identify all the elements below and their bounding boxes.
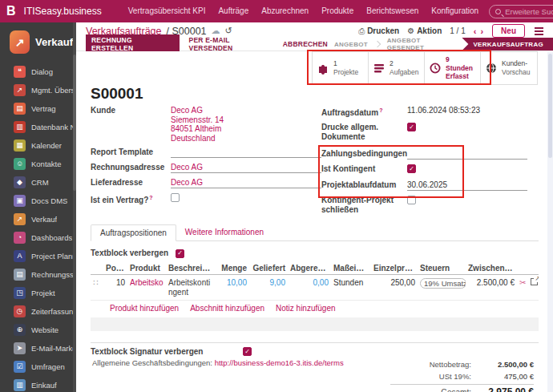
tax-tag[interactable]: 19% Umsatzsteuer [420,278,466,289]
send-email-button[interactable]: PER E-MAIL VERSENDEN [189,36,273,52]
product-link[interactable]: Arbeitskontingent [130,278,163,287]
print-button[interactable]: ⎙Drucken [358,26,399,36]
sidebar-item-dialog[interactable]: ❝Dialog [0,63,76,81]
purchase-icon: ▥ [14,379,26,391]
projects-smart-button[interactable]: 1Projekte [313,52,369,84]
sidebar-item-zeiterfassung[interactable]: ◷Zeiterfassung [0,302,76,321]
sidebar-item-vertrag[interactable]: ▤Vertrag [0,99,76,118]
main-scrollbar[interactable] [547,52,553,392]
state-verkaufsauftrag[interactable]: VERKAUFSAUFTRAG [462,38,553,51]
main-content: Verkaufsaufträge / S00001 ☁ ↺ ⎙Drucken ⚙… [76,22,553,392]
menu-konfiguration[interactable]: Konfiguration [426,0,484,22]
col-steuern[interactable]: Steuern [418,262,466,275]
cell-description: Arbeitskontingent [168,278,210,297]
sidebar-item-projekt[interactable]: ◳Projekt [0,284,76,302]
state-pipeline: ANGEBOT ANGEBOT GESENDET VERKAUFSAUFTRAG [328,38,553,51]
help-marker: ? [149,195,152,200]
sidebar-item-kontakte[interactable]: ☺Kontakte [0,155,76,173]
sidebar-item-verkauf[interactable]: ↗Verkauf [0,210,76,228]
customer-address[interactable]: Deco AG Siemensstr. 14 84051 Altheim Deu… [171,106,321,143]
delivery-address-input[interactable]: Deco AG [171,178,321,188]
search-input[interactable]: Erweiterte Suche [489,5,553,18]
payment-terms-input[interactable] [407,149,527,160]
col-position[interactable]: Position [103,262,127,275]
sidebar-item-email-marketing[interactable]: ➤E-Mail-Marketing [0,339,76,358]
sidebar-item-einkauf[interactable]: ▥Einkauf [0,376,76,392]
sidebar-item-project-planning[interactable]: AProject Planning [0,247,76,265]
website-icon: ⊕ [14,324,26,336]
is-quota-checkbox[interactable] [407,164,416,173]
is-contract-checkbox[interactable] [171,193,180,202]
state-angebot-gesendet[interactable]: ANGEBOT GESENDET [381,37,462,51]
col-geliefert[interactable]: Geliefert [249,262,288,275]
record-title[interactable]: S00001 [91,85,539,103]
tab-auftragspositionen[interactable]: Auftragspositionen [91,224,176,241]
field-ist-kontingent: Ist Kontingent [321,164,527,174]
state-angebot[interactable]: ANGEBOT [328,41,374,48]
brand-name[interactable]: ITISeasy.business [24,6,102,17]
menu-vertragsuebersicht-kpi[interactable]: Vertragsübersicht KPI [123,0,212,22]
external-link-icon[interactable] [531,278,538,285]
crm-icon: ◆ [14,176,26,188]
sidebar-item-docs-dms[interactable]: ▣Docs DMS [0,192,76,210]
hide-textblock-checkbox[interactable] [176,249,184,258]
col-produkt[interactable]: Produkt [127,262,166,275]
pager-arrows[interactable]: ‹ › [474,26,484,36]
project-expiry-input[interactable]: 30.06.2025 [407,180,527,191]
total-amount: Gesamt: 2.975,00 € [390,384,534,392]
order-line-row[interactable]: ∷ 10 Arbeitskontingent Arbeitskontingent… [91,275,539,301]
cancel-button[interactable]: ABBRECHEN [283,40,328,48]
terms-label: Allgemeine Geschäftsbedingungen: [92,358,212,367]
add-product-link[interactable]: Produkt hinzufügen [110,304,179,313]
gear-icon: ⚙ [407,26,414,35]
menu-auftraege[interactable]: Aufträge [212,0,254,22]
sidebar-item-crm[interactable]: ◆CRM [0,173,76,192]
field-auftragsdatum: Auftragsdatum? 11.06.2024 08:53:23 [321,106,527,118]
top-menu: Vertragsübersicht KPI Aufträge Abzurechn… [123,0,484,22]
sales-icon: ↗ [14,213,26,225]
report-template-input[interactable] [171,148,321,158]
tasks-smart-button[interactable]: 2Aufgaben [369,52,425,84]
customer-preview-smart-button[interactable]: Kunden-Vorschau [481,52,537,84]
hours-smart-button[interactable]: 9 StundenErfasst [425,52,481,84]
menu-abzurechnen[interactable]: Abzurechnen [256,0,314,22]
form-fields: Kunde Deco AG Siemensstr. 14 84051 Althe… [91,106,539,220]
cloud-upload-icon[interactable]: ☁ [212,26,220,36]
action-button[interactable]: ⚙Aktion [407,26,442,35]
menu-produkte[interactable]: Produkte [316,0,359,22]
sidebar-item-datenbank-neutralisierung[interactable]: ▥Datenbank Neutralisie... [0,118,76,136]
sidebar-item-dashboards[interactable]: ◔Dashboards [0,228,76,247]
field-drucke-dokumente: Drucke allgem. Dokumente [321,123,527,142]
close-quota-project-checkbox[interactable] [407,196,416,204]
scissors-icon[interactable]: ✂ [519,278,526,287]
app-logo[interactable]: B [6,4,16,18]
col-einzelpreis[interactable]: Einzelpreis [371,262,418,275]
col-zwischensumme[interactable]: Zwischensumme [466,262,517,275]
col-masseinheit[interactable]: Maßeinheit [331,262,371,275]
add-note-link[interactable]: Notiz hinzufügen [276,304,336,313]
sidebar-app-header[interactable]: ↗ Verkauf [0,27,76,63]
top-navbar: B ITISeasy.business Vertragsübersicht KP… [0,0,553,22]
col-beschreibung[interactable]: Beschreibung [166,262,214,275]
drag-handle-icon[interactable]: ∷ [93,278,98,287]
printer-icon: ⎙ [358,26,365,36]
sidebar-item-umfragen[interactable]: ☑Umfragen [0,358,76,376]
cell-masseinheit: Stunden [331,275,371,301]
col-menge[interactable]: Menge [214,262,249,275]
undo-icon[interactable]: ↺ [225,26,232,36]
sidebar-item-mgmt-uebersicht[interactable]: ↗Mgmt. Übersicht [0,81,76,99]
add-section-link[interactable]: Abschnitt hinzufügen [190,304,264,313]
invoice-address-input[interactable]: Deco AG [171,163,321,173]
more-menu-icon[interactable] [533,26,545,37]
col-abgerechnet[interactable]: Abgerechnet [288,262,331,275]
new-button[interactable]: Neu [492,24,525,38]
sidebar-item-website[interactable]: ⊕Website [0,321,76,339]
print-documents-checkbox[interactable] [407,123,416,131]
tab-weitere-informationen[interactable]: Weitere Informationen [176,224,272,240]
hide-signature-checkbox[interactable] [243,347,252,356]
sidebar-item-rechnungsstellung[interactable]: ▤Rechnungsstellung [0,265,76,284]
sidebar-item-kalender[interactable]: ▦Kalender [0,136,76,155]
list-footer-band [91,317,539,331]
menu-berichtswesen[interactable]: Berichtswesen [361,0,424,22]
terms-url-link[interactable]: http://business-demo16-3.itis.de/terms [215,358,344,367]
